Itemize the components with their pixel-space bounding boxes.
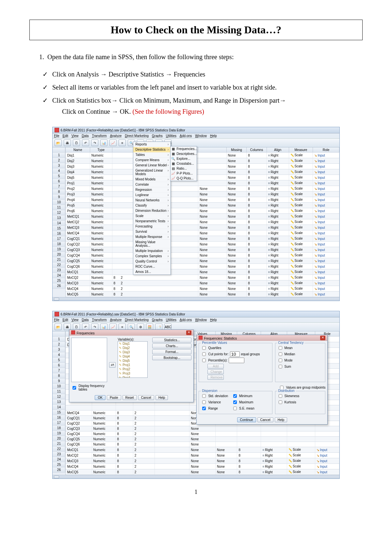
analyze-menu[interactable]: ReportsDescriptive StatisticsTablesCompa… [133, 142, 171, 275]
col-header[interactable]: Missing [226, 147, 247, 153]
row-header[interactable]: 17 [53, 420, 65, 426]
row-header[interactable]: 24 [53, 457, 65, 462]
menu-add-ons[interactable]: Add-ons [180, 318, 192, 322]
row-header[interactable]: 23 [53, 452, 65, 457]
move-var-button[interactable]: ⮂ [109, 362, 116, 368]
analyze-item-nonparametric-tests[interactable]: Nonparametric Tests [133, 219, 171, 224]
cancel-button[interactable]: Cancel [257, 417, 273, 422]
row-header[interactable]: 13 [53, 399, 65, 405]
ok-button[interactable]: OK [95, 395, 105, 400]
row-header[interactable]: 19 [53, 247, 65, 252]
analyze-item-dimension-reduction[interactable]: Dimension Reduction [133, 208, 171, 213]
cutpoints-input[interactable] [230, 351, 240, 357]
menu-view[interactable]: View [72, 134, 79, 138]
paste-button[interactable]: Paste [107, 395, 121, 400]
analyze-item-quality-control[interactable]: Quality Control [133, 259, 171, 264]
analyze-item-roc-curve[interactable]: ROC Curve... [133, 264, 171, 269]
varlist-item[interactable]: Proj4 [118, 376, 147, 378]
col-header[interactable]: Role [313, 147, 339, 153]
row-header[interactable]: 25 [53, 278, 65, 283]
toolbar-button[interactable]: ⚙ [137, 324, 144, 330]
analyze-item-mixed-models[interactable]: Mixed Models [133, 177, 171, 182]
row-header[interactable]: 18 [53, 426, 65, 431]
menu-analyze[interactable]: Analyze [110, 318, 122, 322]
row-header[interactable]: 7 [53, 184, 65, 189]
desc-item-explore[interactable]: 🔍Explore... [171, 156, 197, 161]
analyze-item-regression[interactable]: Regression [133, 187, 171, 193]
menu-transform[interactable]: Transform [92, 318, 106, 322]
reset-button[interactable]: Reset [122, 395, 137, 400]
analyze-item-tables[interactable]: Tables [133, 152, 171, 158]
row-header[interactable]: 25 [53, 462, 65, 467]
analyze-item-multiple-response[interactable]: Multiple Response [133, 234, 171, 240]
quartiles-checkbox[interactable] [202, 346, 206, 350]
row-header[interactable]: 24 [53, 273, 65, 278]
row-header[interactable]: 14 [53, 221, 65, 226]
row-header[interactable]: 1 [53, 153, 65, 158]
toolbar-button[interactable]: ≡ [119, 140, 126, 146]
row-header[interactable]: 2 [53, 158, 65, 163]
varlist-item[interactable]: Disj2 [118, 346, 147, 350]
percentile-input[interactable] [229, 358, 244, 363]
menu-add-ons[interactable]: Add-ons [180, 134, 192, 138]
analyze-item-compare-means[interactable]: Compare Means [133, 158, 171, 163]
row-header[interactable]: 20 [53, 252, 65, 257]
toolbar-button[interactable]: 🖶 [64, 324, 71, 330]
toolbar-button[interactable]: ↶ [82, 140, 89, 146]
remove-button[interactable]: Remove [207, 375, 224, 380]
toolbar-button[interactable]: 🗒 [73, 324, 80, 330]
format-button[interactable]: Format... [152, 349, 191, 354]
statistics-button[interactable]: Statistics... [152, 338, 191, 343]
row-header[interactable]: 5 [53, 174, 65, 179]
row-header[interactable]: 13 [53, 215, 65, 221]
row-header[interactable]: 20 [53, 436, 65, 441]
row-header[interactable]: 10 [53, 384, 65, 389]
row-header[interactable]: 3 [53, 163, 65, 168]
row-header[interactable]: 10 [53, 200, 65, 205]
row-header[interactable]: 16 [53, 415, 65, 420]
varlist-item[interactable]: Disj3 [118, 350, 147, 354]
se-checkbox[interactable] [233, 407, 237, 410]
row-header[interactable]: 7 [53, 368, 65, 373]
analyze-item-neural-networks[interactable]: Neural Networks [133, 198, 171, 203]
variables-listbox[interactable]: Disj1Disj2Disj3Disj4Disj5Proj1Proj2Proj3… [118, 341, 148, 378]
close-icon[interactable]: ✕ [186, 330, 191, 335]
row-header[interactable]: 9 [53, 194, 65, 200]
row-header[interactable]: 6 [53, 363, 65, 368]
median-checkbox[interactable] [279, 352, 282, 356]
menu-edit[interactable]: Edit [63, 318, 68, 322]
row-header[interactable]: 22 [53, 262, 65, 268]
analyze-item-classify[interactable]: Classify [133, 203, 171, 208]
horizontal-scrollbar[interactable] [53, 475, 339, 479]
desc-item-ratio[interactable]: ▤Ratio... [171, 166, 197, 171]
row-header[interactable]: 19 [53, 431, 65, 436]
desc-item-p-p-plots[interactable]: 📈P-P Plots... [171, 171, 197, 176]
analyze-item-reports[interactable]: Reports [133, 142, 171, 147]
analyze-item-amos-18[interactable]: Amos 18... [133, 269, 171, 275]
change-button[interactable]: Change [207, 369, 224, 374]
menu-graphs[interactable]: Graphs [152, 318, 163, 322]
sum-checkbox[interactable] [279, 365, 282, 368]
cancel-button[interactable]: Cancel [138, 395, 154, 400]
row-header[interactable]: 8 [53, 189, 65, 194]
menu-transform[interactable]: Transform [92, 134, 106, 138]
frequencies-dialog[interactable]: Frequencies ✕ Display frequency tables ⮂… [69, 329, 194, 402]
row-header[interactable]: 3 [53, 347, 65, 352]
analyze-item-multiple-imputation[interactable]: Multiple Imputation [133, 248, 171, 254]
analyze-item-survival[interactable]: Survival [133, 229, 171, 234]
menu-view[interactable]: View [72, 318, 79, 322]
menu-file[interactable]: File [54, 134, 59, 138]
mean-checkbox[interactable] [279, 346, 282, 350]
menu-window[interactable]: Window [195, 318, 207, 322]
row-header[interactable]: 15 [53, 410, 65, 415]
menu-help[interactable]: Help [210, 134, 217, 138]
analyze-item-complex-samples[interactable]: Complex Samples [133, 254, 171, 259]
menu-data[interactable]: Data [82, 318, 89, 322]
row-header[interactable]: 18 [53, 242, 65, 247]
col-header[interactable]: Align [267, 147, 289, 153]
display-freq-checkbox[interactable] [73, 386, 76, 390]
desc-item-q-q-plots[interactable]: 📈Q-Q Plots... [171, 176, 197, 181]
toolbar-button[interactable]: 🔍 [128, 324, 135, 330]
row-header[interactable]: 11 [53, 389, 65, 394]
menu-edit[interactable]: Edit [63, 134, 68, 138]
